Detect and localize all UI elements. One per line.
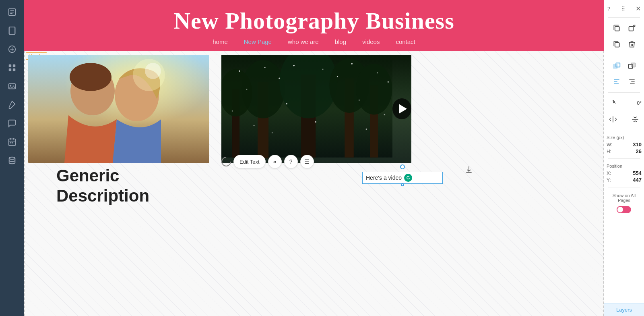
video-caption-wrapper: Here's a video G xyxy=(362,172,443,184)
svg-point-43 xyxy=(293,65,295,67)
left-sidebar xyxy=(0,0,24,316)
svg-point-49 xyxy=(337,76,338,77)
grid-icon: ⠿ xyxy=(621,6,625,12)
svg-rect-59 xyxy=(615,27,619,31)
rpanel-row-3 xyxy=(610,58,638,73)
y-label: Y: xyxy=(607,177,611,183)
sidebar-pen-btn[interactable] xyxy=(4,97,20,113)
close-icon[interactable]: ✕ xyxy=(636,5,641,12)
svg-rect-4 xyxy=(9,27,15,34)
align-left-icon[interactable] xyxy=(610,75,623,88)
play-icon xyxy=(399,104,407,114)
width-value: 310 xyxy=(633,141,642,148)
layers-tab[interactable]: Layers xyxy=(604,303,644,316)
width-label: W: xyxy=(607,142,612,148)
svg-rect-16 xyxy=(9,139,16,146)
duplicate-icon[interactable] xyxy=(610,22,623,35)
nav-contact[interactable]: contact xyxy=(396,38,415,45)
nav-who-we-are[interactable]: who we are xyxy=(288,38,319,45)
download-icon[interactable] xyxy=(465,166,473,175)
svg-point-58 xyxy=(366,129,367,130)
show-all-pages-section: Show on All Pages xyxy=(607,191,642,215)
svg-rect-60 xyxy=(629,27,633,31)
svg-rect-9 xyxy=(9,64,11,67)
svg-point-40 xyxy=(356,64,392,114)
help-btn[interactable]: ? xyxy=(284,155,298,168)
rpanel-row-1 xyxy=(610,21,638,35)
svg-point-22 xyxy=(9,157,15,160)
paste-icon[interactable] xyxy=(625,22,638,35)
nav-blog[interactable]: blog xyxy=(335,38,346,45)
sidebar-apps-btn[interactable] xyxy=(4,60,20,76)
x-value: 554 xyxy=(633,170,642,176)
caption-text: Here's a video xyxy=(366,175,402,181)
svg-point-29 xyxy=(145,63,161,79)
svg-point-45 xyxy=(351,63,353,65)
divider-5 xyxy=(608,158,640,159)
flip-v-icon[interactable] xyxy=(629,113,642,126)
svg-line-15 xyxy=(13,102,15,104)
guide-left xyxy=(24,51,25,316)
rotate-icon[interactable] xyxy=(607,97,619,110)
show-all-pages-toggle[interactable] xyxy=(617,206,631,213)
rpanel-header: ? ⠿ ✕ xyxy=(604,3,644,14)
children-photo xyxy=(28,55,209,163)
reset-icon[interactable] xyxy=(219,155,233,168)
floating-toolbar: Edit Text « ? ☰ xyxy=(221,155,314,168)
right-panel: ? ⠿ ✕ xyxy=(604,0,644,316)
sidebar-add-btn[interactable] xyxy=(4,41,20,57)
svg-point-14 xyxy=(10,85,12,86)
svg-rect-10 xyxy=(13,64,15,67)
caption-dot xyxy=(401,183,404,186)
align-right-icon[interactable] xyxy=(625,75,638,88)
rpanel-row-4 xyxy=(610,75,638,89)
layers-btn[interactable]: ☰ xyxy=(300,155,314,168)
grammarly-icon: G xyxy=(404,174,412,182)
sidebar-pages-btn[interactable] xyxy=(4,4,20,20)
nav-home[interactable]: home xyxy=(213,38,228,45)
back-btn[interactable]: « xyxy=(268,155,282,168)
position-section: Position X: 554 Y: 447 xyxy=(607,162,642,184)
svg-point-55 xyxy=(254,125,255,126)
website-title: New Photography Business xyxy=(24,7,604,34)
sidebar-calendar-btn[interactable] xyxy=(4,134,20,150)
send-backward-icon[interactable] xyxy=(625,59,638,72)
video-inner xyxy=(221,55,411,163)
svg-rect-62 xyxy=(613,64,617,69)
svg-rect-20 xyxy=(10,142,11,143)
svg-point-52 xyxy=(286,103,287,105)
sidebar-page-btn[interactable] xyxy=(4,23,20,39)
nav-new-page[interactable]: New Page xyxy=(244,38,272,45)
edit-text-btn[interactable]: Edit Text xyxy=(233,155,266,168)
size-section: Size (px) W: 310 H: 26 xyxy=(607,133,642,155)
show-all-label: Show on All Pages xyxy=(607,192,642,204)
flip-h-icon[interactable] xyxy=(607,113,619,126)
svg-rect-65 xyxy=(631,63,635,67)
svg-rect-12 xyxy=(13,69,15,71)
nav-videos[interactable]: videos xyxy=(362,38,380,45)
divider-3 xyxy=(608,92,640,93)
play-button[interactable] xyxy=(392,98,411,119)
website-nav: home New Page who we are blog videos con… xyxy=(24,38,604,45)
video-scene xyxy=(221,55,392,163)
video-caption-box[interactable]: Here's a video G xyxy=(362,172,443,184)
svg-rect-21 xyxy=(12,142,13,143)
delete-icon[interactable] xyxy=(625,38,638,51)
svg-rect-61 xyxy=(615,43,619,47)
help-icon[interactable]: ? xyxy=(607,6,610,12)
bring-forward-icon[interactable] xyxy=(610,59,623,72)
photo-block[interactable] xyxy=(28,55,209,163)
sidebar-database-btn[interactable] xyxy=(4,152,20,168)
height-value: 26 xyxy=(636,148,642,154)
divider-4 xyxy=(608,130,640,130)
rpanel-row-2 xyxy=(610,37,638,52)
sidebar-social-btn[interactable] xyxy=(4,115,20,131)
copy-icon[interactable] xyxy=(610,38,623,51)
svg-point-57 xyxy=(272,132,273,133)
video-block[interactable] xyxy=(221,55,411,163)
svg-point-42 xyxy=(264,67,266,68)
svg-point-54 xyxy=(384,114,386,116)
website-header: New Photography Business home New Page w… xyxy=(24,0,604,51)
rpanel-row-flip xyxy=(607,112,642,127)
sidebar-media-btn[interactable] xyxy=(4,78,20,94)
